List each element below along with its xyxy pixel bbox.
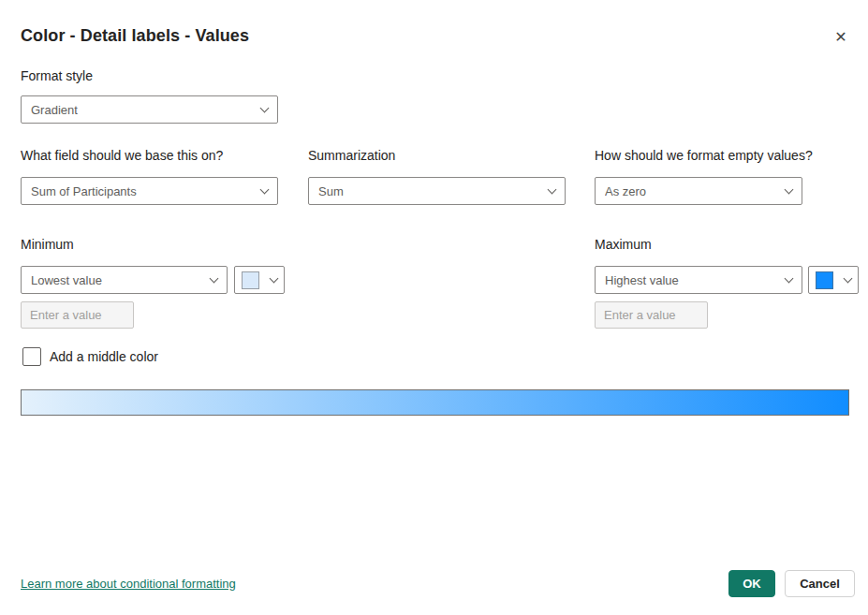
add-middle-color-checkbox[interactable] xyxy=(22,347,41,366)
dialog-title: Color - Detail labels - Values xyxy=(21,26,249,46)
format-style-label: Format style xyxy=(21,68,93,83)
minimum-label: Minimum xyxy=(21,237,74,252)
cancel-button[interactable]: Cancel xyxy=(785,570,855,597)
minimum-color-picker[interactable] xyxy=(234,266,285,294)
chevron-down-icon xyxy=(210,273,219,283)
conditional-formatting-dialog: Color - Detail labels - Values ✕ Format … xyxy=(0,0,868,615)
close-button[interactable]: ✕ xyxy=(828,24,854,51)
chevron-down-icon xyxy=(785,273,794,283)
base-field-value: Sum of Participants xyxy=(31,184,261,198)
empty-values-dropdown[interactable]: As zero xyxy=(595,177,802,205)
format-style-dropdown[interactable]: Gradient xyxy=(21,95,278,124)
summarization-dropdown[interactable]: Sum xyxy=(308,177,566,205)
summarization-label: Summarization xyxy=(308,148,395,163)
close-icon: ✕ xyxy=(834,29,846,45)
chevron-down-icon xyxy=(548,184,557,194)
maximum-value-input xyxy=(595,301,708,329)
maximum-dropdown[interactable]: Highest value xyxy=(595,266,802,294)
add-middle-color-row[interactable]: Add a middle color xyxy=(22,347,158,366)
ok-button[interactable]: OK xyxy=(728,570,775,597)
maximum-color-swatch xyxy=(816,271,833,289)
empty-values-value: As zero xyxy=(605,184,786,198)
base-field-dropdown[interactable]: Sum of Participants xyxy=(21,177,278,205)
maximum-label: Maximum xyxy=(595,237,652,252)
minimum-value: Lowest value xyxy=(31,273,211,287)
add-middle-color-label: Add a middle color xyxy=(50,349,158,364)
maximum-color-picker[interactable] xyxy=(808,266,859,294)
maximum-value: Highest value xyxy=(605,273,786,287)
gradient-preview-bar xyxy=(21,389,849,416)
chevron-down-icon xyxy=(270,273,279,283)
minimum-dropdown[interactable]: Lowest value xyxy=(21,266,228,294)
minimum-color-swatch xyxy=(242,271,259,289)
empty-values-label: How should we format empty values? xyxy=(595,148,813,163)
learn-more-link[interactable]: Learn more about conditional formatting xyxy=(21,577,236,591)
chevron-down-icon xyxy=(260,184,270,194)
base-field-label: What field should we base this on? xyxy=(21,148,223,163)
chevron-down-icon xyxy=(785,184,794,194)
chevron-down-icon xyxy=(260,103,270,112)
format-style-value: Gradient xyxy=(31,103,261,117)
summarization-value: Sum xyxy=(318,184,549,198)
minimum-value-input xyxy=(21,301,134,329)
chevron-down-icon xyxy=(844,273,853,283)
